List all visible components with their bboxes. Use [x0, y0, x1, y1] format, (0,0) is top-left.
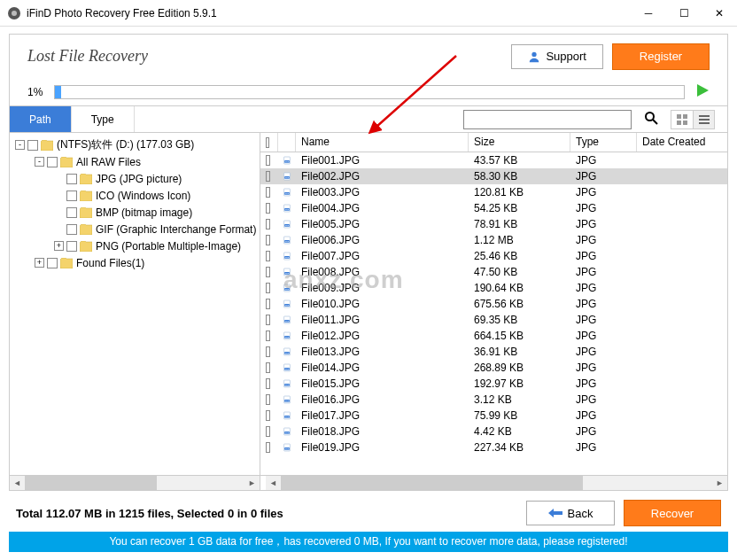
col-checkbox[interactable] — [260, 133, 278, 152]
tab-type[interactable]: Type — [72, 106, 135, 132]
file-row[interactable]: JPGFile018.JPG4.42 KBJPG — [260, 424, 727, 439]
row-checkbox[interactable] — [266, 283, 270, 293]
maximize-button[interactable]: ☐ — [666, 0, 702, 27]
row-checkbox[interactable] — [266, 362, 270, 373]
tree-item[interactable]: -(NTFS)软件 (D:) (177.03 GB) — [10, 136, 260, 153]
row-checkbox[interactable] — [266, 378, 270, 389]
row-checkbox[interactable] — [266, 299, 270, 309]
row-checkbox[interactable] — [266, 442, 270, 453]
file-row[interactable]: JPGFile008.JPG47.50 KBJPG — [260, 264, 727, 280]
svg-rect-9 — [699, 115, 710, 117]
file-list[interactable]: Name Size Type Date Created D JPGFile001… — [260, 133, 727, 475]
recover-button[interactable]: Recover — [624, 500, 721, 526]
file-row[interactable]: JPGFile019.JPG227.34 KBJPG — [260, 439, 727, 455]
tree-checkbox[interactable] — [66, 224, 77, 235]
file-name: File009.JPG — [296, 282, 469, 294]
tree-item[interactable]: +Found Files(1) — [10, 254, 260, 271]
file-name: File013.JPG — [296, 346, 469, 358]
file-row[interactable]: JPGFile001.JPG43.57 KBJPG — [260, 152, 727, 168]
close-button[interactable]: ✕ — [702, 0, 737, 27]
row-checkbox[interactable] — [266, 315, 270, 325]
scroll-left-icon[interactable]: ◄ — [266, 476, 281, 490]
tree-item[interactable]: +PNG (Portable Multiple-Image) — [10, 237, 260, 254]
file-name: File011.JPG — [296, 314, 469, 326]
tree-toggle[interactable]: + — [54, 241, 64, 251]
file-icon: JPG — [278, 362, 296, 374]
svg-text:JPG: JPG — [285, 176, 290, 178]
file-row[interactable]: JPGFile012.JPG664.15 KBJPG — [260, 328, 727, 344]
col-size[interactable]: Size — [469, 133, 570, 152]
minimize-button[interactable]: ─ — [631, 0, 666, 27]
file-type: JPG — [570, 314, 637, 326]
file-row[interactable]: JPGFile002.JPG58.30 KBJPG — [260, 168, 727, 184]
row-checkbox[interactable] — [266, 410, 270, 421]
register-button[interactable]: Register — [612, 43, 710, 70]
file-type: JPG — [570, 425, 637, 438]
view-mode-buttons — [671, 110, 715, 129]
view-grid-button[interactable] — [671, 111, 693, 128]
row-checkbox[interactable] — [266, 219, 270, 229]
tree-toggle[interactable]: - — [35, 157, 44, 167]
file-row[interactable]: JPGFile014.JPG268.89 KBJPG — [260, 360, 727, 376]
row-checkbox[interactable] — [266, 426, 270, 437]
file-name: File010.JPG — [296, 298, 469, 310]
row-checkbox[interactable] — [266, 235, 270, 245]
col-name[interactable]: Name — [296, 133, 469, 152]
tree-checkbox[interactable] — [66, 207, 77, 218]
file-icon: JPG — [278, 218, 296, 230]
tree-toggle[interactable]: + — [35, 258, 44, 268]
tree-checkbox[interactable] — [27, 140, 38, 151]
folder-tree[interactable]: -(NTFS)软件 (D:) (177.03 GB)-All RAW Files… — [10, 133, 260, 475]
play-button[interactable] — [695, 83, 710, 100]
row-checkbox[interactable] — [266, 331, 270, 341]
search-input[interactable] — [463, 110, 632, 129]
row-checkbox[interactable] — [266, 251, 270, 261]
tree-checkbox[interactable] — [66, 174, 77, 184]
file-row[interactable]: JPGFile007.JPG25.46 KBJPG — [260, 248, 727, 264]
col-type[interactable]: Type — [570, 133, 637, 152]
tree-checkbox[interactable] — [66, 241, 77, 252]
tree-checkbox[interactable] — [66, 191, 77, 201]
tree-checkbox[interactable] — [47, 157, 58, 167]
file-row[interactable]: JPGFile013.JPG36.91 KBJPG — [260, 344, 727, 360]
back-button[interactable]: Back — [526, 501, 615, 525]
tree-item[interactable]: GIF (Graphic Interchange Format) — [10, 221, 260, 237]
file-name: File018.JPG — [296, 425, 469, 438]
tree-item[interactable]: -All RAW Files — [10, 153, 260, 170]
tree-item[interactable]: ICO (Windows Icon) — [10, 187, 260, 204]
file-row[interactable]: JPGFile015.JPG192.97 KBJPG — [260, 376, 727, 392]
row-checkbox[interactable] — [266, 187, 270, 198]
row-checkbox[interactable] — [266, 394, 270, 405]
file-row[interactable]: JPGFile004.JPG54.25 KBJPG — [260, 200, 727, 216]
view-list-button[interactable] — [693, 111, 714, 128]
file-row[interactable]: JPGFile006.JPG1.12 MBJPG — [260, 232, 727, 248]
tree-item[interactable]: BMP (bitmap image) — [10, 204, 260, 221]
col-date[interactable]: Date Created — [637, 133, 727, 152]
scroll-left-icon[interactable]: ◄ — [10, 476, 25, 490]
hscroll[interactable]: ◄ ► ◄ ► — [9, 476, 728, 491]
row-checkbox[interactable] — [266, 267, 270, 277]
file-row[interactable]: JPGFile011.JPG69.35 KBJPG — [260, 312, 727, 328]
tree-checkbox[interactable] — [47, 258, 58, 268]
row-checkbox[interactable] — [266, 346, 270, 357]
tree-item[interactable]: JPG (JPG picture) — [10, 170, 260, 187]
row-checkbox[interactable] — [266, 171, 270, 182]
search-button[interactable] — [644, 111, 658, 128]
svg-rect-5 — [677, 114, 681, 119]
file-row[interactable]: JPGFile017.JPG75.99 KBJPG — [260, 408, 727, 424]
tab-path[interactable]: Path — [10, 106, 72, 132]
file-row[interactable]: JPGFile005.JPG78.91 KBJPG — [260, 216, 727, 232]
file-row[interactable]: JPGFile010.JPG675.56 KBJPG — [260, 296, 727, 312]
tree-toggle[interactable]: - — [15, 140, 25, 150]
scroll-right-icon[interactable]: ► — [712, 476, 727, 490]
file-row[interactable]: JPGFile009.JPG190.64 KBJPG — [260, 280, 727, 296]
row-checkbox[interactable] — [266, 155, 270, 166]
file-type: JPG — [570, 330, 637, 342]
scroll-right-icon[interactable]: ► — [244, 476, 260, 490]
file-size: 25.46 KB — [469, 250, 570, 262]
file-size: 227.34 KB — [469, 441, 570, 454]
support-button[interactable]: Support — [511, 44, 603, 69]
row-checkbox[interactable] — [266, 203, 270, 214]
file-row[interactable]: JPGFile016.JPG3.12 KBJPG — [260, 392, 727, 408]
file-row[interactable]: JPGFile003.JPG120.81 KBJPG — [260, 184, 727, 200]
